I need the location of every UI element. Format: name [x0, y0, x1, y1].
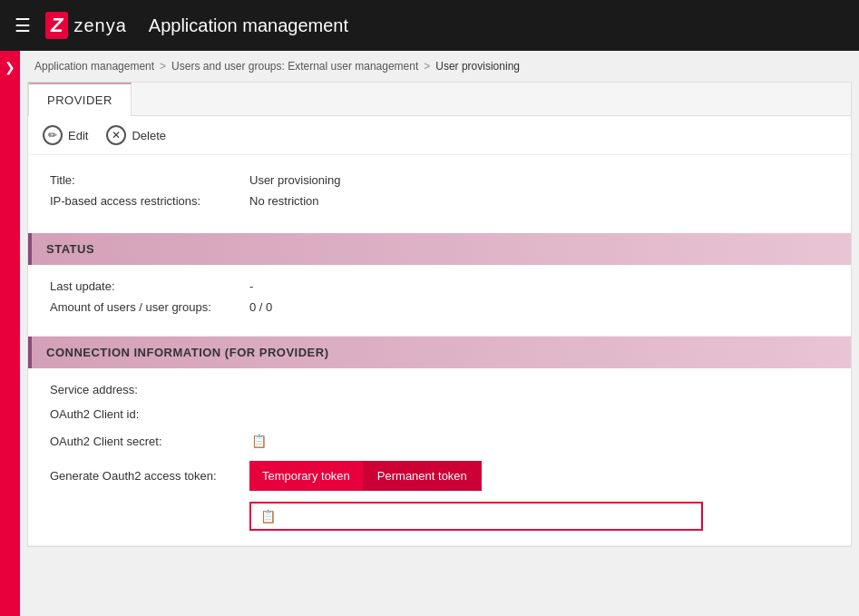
sidebar-toggle-arrow-icon: ❯: [5, 60, 15, 74]
last-update-value: -: [249, 279, 253, 293]
service-address-row: Service address:: [50, 383, 829, 396]
oauth-client-secret-label: OAuth2 Client secret:: [50, 435, 249, 448]
last-update-label: Last update:: [50, 279, 249, 293]
copy-secret-icon[interactable]: 📋: [249, 432, 268, 450]
permanent-token-button[interactable]: Permanent token: [363, 461, 482, 491]
breadcrumb-users-groups[interactable]: Users and user groups: External user man…: [171, 60, 418, 73]
connection-section-content: Service address: OAuth2 Client id: OAuth…: [28, 368, 851, 546]
temporary-token-button[interactable]: Temporary token: [249, 461, 363, 491]
title-value: User provisioning: [249, 173, 340, 187]
generate-token-label: Generate Oauth2 access token:: [50, 469, 249, 483]
content-area: PROVIDER ✏ Edit ✕ Delete Title: User pro…: [27, 82, 852, 547]
oauth-client-secret-row: OAuth2 Client secret: 📋: [50, 432, 829, 450]
detail-section: Title: User provisioning IP-based access…: [28, 155, 851, 233]
ip-value: No restriction: [249, 194, 319, 208]
edit-button[interactable]: ✏ Edit: [43, 125, 88, 145]
logo-text: zenya: [73, 15, 126, 36]
main-content: Application management > Users and user …: [20, 51, 859, 616]
hamburger-menu-icon[interactable]: ☰: [15, 15, 31, 36]
layout: ❯ Application management > Users and use…: [0, 51, 859, 616]
connection-section-header: CONNECTION INFORMATION (FOR PROVIDER): [28, 337, 851, 368]
ip-row: IP-based access restrictions: No restric…: [50, 194, 829, 208]
toolbar: ✏ Edit ✕ Delete: [28, 116, 851, 155]
status-section-header: STATUS: [28, 233, 851, 265]
service-address-label: Service address:: [50, 383, 249, 396]
delete-button[interactable]: ✕ Delete: [106, 125, 166, 145]
copy-token-icon[interactable]: 📋: [259, 507, 278, 525]
topbar: ☰ Z zenya Application management: [0, 0, 859, 51]
last-update-row: Last update: -: [50, 279, 829, 293]
breadcrumb: Application management > Users and user …: [20, 51, 859, 82]
tab-bar: PROVIDER: [28, 83, 851, 116]
breadcrumb-sep-1: >: [160, 60, 166, 73]
breadcrumb-app-mgmt[interactable]: Application management: [34, 60, 154, 73]
breadcrumb-current: User provisioning: [435, 60, 520, 73]
oauth-client-secret-value: 📋: [249, 432, 268, 450]
page-title: Application management: [149, 15, 348, 36]
logo: Z zenya: [45, 12, 127, 39]
users-label: Amount of users / user groups:: [50, 300, 249, 314]
breadcrumb-sep-2: >: [424, 60, 430, 73]
token-buttons: Temporary token Permanent token: [249, 461, 482, 491]
edit-icon: ✏: [43, 125, 63, 145]
ip-label: IP-based access restrictions:: [50, 194, 249, 208]
delete-label: Delete: [132, 129, 166, 142]
token-input-field[interactable]: [285, 510, 694, 523]
title-label: Title:: [50, 173, 249, 187]
token-input-area: 📋: [249, 502, 703, 531]
oauth-client-id-label: OAuth2 Client id:: [50, 407, 249, 421]
logo-z-icon: Z: [45, 12, 68, 39]
oauth-client-id-row: OAuth2 Client id:: [50, 407, 829, 421]
tab-provider[interactable]: PROVIDER: [28, 83, 132, 116]
users-value: 0 / 0: [249, 300, 272, 314]
title-row: Title: User provisioning: [50, 173, 829, 187]
status-section-content: Last update: - Amount of users / user gr…: [28, 265, 851, 337]
sidebar-toggle[interactable]: ❯: [0, 51, 20, 616]
edit-label: Edit: [68, 129, 88, 142]
delete-icon: ✕: [106, 125, 126, 145]
users-row: Amount of users / user groups: 0 / 0: [50, 300, 829, 314]
generate-token-row: Generate Oauth2 access token: Temporary …: [50, 461, 829, 491]
